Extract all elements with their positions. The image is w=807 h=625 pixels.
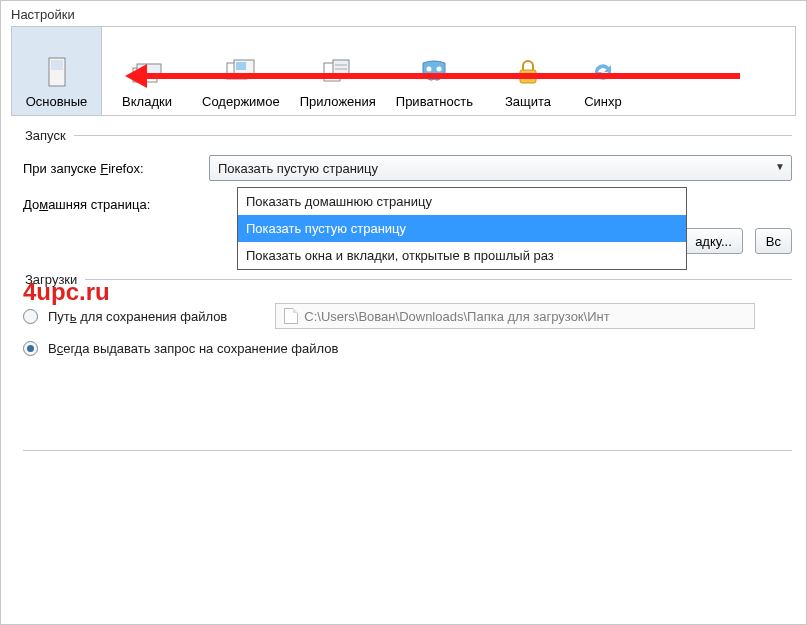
tab-sync[interactable]: Синхр: [573, 27, 633, 115]
sync-icon: [587, 56, 619, 88]
window-title: Настройки: [1, 1, 806, 26]
svg-rect-3: [137, 64, 161, 78]
download-path-value: C:\Users\Вован\Downloads\Папка для загру…: [304, 309, 609, 324]
tab-tabs[interactable]: Вкладки: [102, 27, 192, 115]
radio-save-path[interactable]: [23, 309, 38, 324]
startup-select[interactable]: Показать пустую страницу: [209, 155, 792, 181]
tabs-icon: [131, 56, 163, 88]
tab-general[interactable]: Основные: [12, 27, 102, 115]
tab-label: Содержимое: [202, 94, 280, 109]
dropdown-option[interactable]: Показать окна и вкладки, открытые в прош…: [238, 242, 686, 269]
use-bookmark-button[interactable]: адку...: [684, 228, 743, 254]
homepage-label: Домашняя страница:: [23, 197, 203, 212]
svg-rect-6: [236, 62, 246, 70]
separator: [23, 450, 792, 451]
tab-label: Приватность: [396, 94, 473, 109]
startup-select-value: Показать пустую страницу: [218, 161, 378, 176]
tab-label: Защита: [505, 94, 551, 109]
svg-rect-13: [520, 70, 536, 83]
content-icon: [225, 56, 257, 88]
downloads-group: Загрузки Путь для сохранения файлов C:\U…: [23, 272, 792, 380]
startup-dropdown: Показать домашнюю страницу Показать пуст…: [237, 187, 687, 270]
tab-privacy[interactable]: Приватность: [386, 27, 483, 115]
always-ask-label: Всегда выдавать запрос на сохранение фай…: [48, 341, 338, 356]
toolbar: Основные Вкладки Содержимое Приложения П…: [11, 26, 796, 116]
tab-security[interactable]: Защита: [483, 27, 573, 115]
tab-content[interactable]: Содержимое: [192, 27, 290, 115]
when-launch-label: При запуске Firefox:: [23, 161, 203, 176]
folder-icon: [284, 308, 298, 324]
tab-label: Приложения: [300, 94, 376, 109]
lock-icon: [512, 56, 544, 88]
tab-applications[interactable]: Приложения: [290, 27, 386, 115]
svg-point-11: [427, 67, 432, 72]
radio-always-ask[interactable]: [23, 341, 38, 356]
tab-label: Основные: [26, 94, 88, 109]
startup-legend: Запуск: [23, 128, 74, 143]
applications-icon: [322, 56, 354, 88]
tab-label: Синхр: [584, 94, 622, 109]
general-icon: [41, 56, 73, 88]
restore-default-button[interactable]: Вс: [755, 228, 792, 254]
startup-group: Запуск При запуске Firefox: Показать пус…: [23, 128, 792, 266]
tab-label: Вкладки: [122, 94, 172, 109]
download-path-field[interactable]: C:\Users\Вован\Downloads\Папка для загру…: [275, 303, 755, 329]
svg-point-12: [437, 67, 442, 72]
dropdown-option[interactable]: Показать домашнюю страницу: [238, 188, 686, 215]
save-path-label: Путь для сохранения файлов: [48, 309, 227, 324]
downloads-legend: Загрузки: [23, 272, 85, 287]
svg-rect-1: [51, 60, 63, 70]
dropdown-option[interactable]: Показать пустую страницу: [238, 215, 686, 242]
mask-icon: [418, 56, 450, 88]
